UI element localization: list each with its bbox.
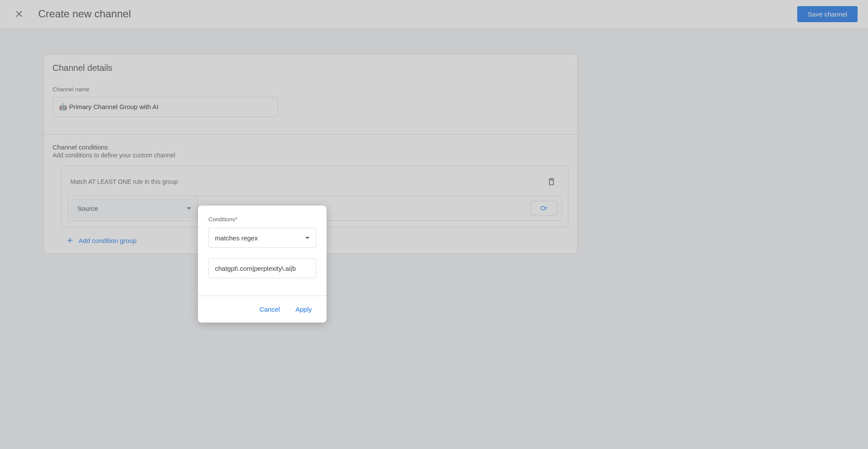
match-type-value: matches regex <box>215 234 257 242</box>
modal-footer: Cancel Apply <box>198 296 327 323</box>
conditions-modal-label: Conditions* <box>208 216 316 223</box>
chevron-down-icon <box>305 237 310 239</box>
conditions-modal: Conditions* matches regex Cancel Apply <box>198 206 327 323</box>
modal-scrim[interactable] <box>0 0 868 449</box>
match-type-dropdown[interactable]: matches regex <box>208 228 316 248</box>
cancel-button[interactable]: Cancel <box>254 302 286 316</box>
apply-button[interactable]: Apply <box>289 302 318 316</box>
regex-input[interactable] <box>208 258 316 278</box>
